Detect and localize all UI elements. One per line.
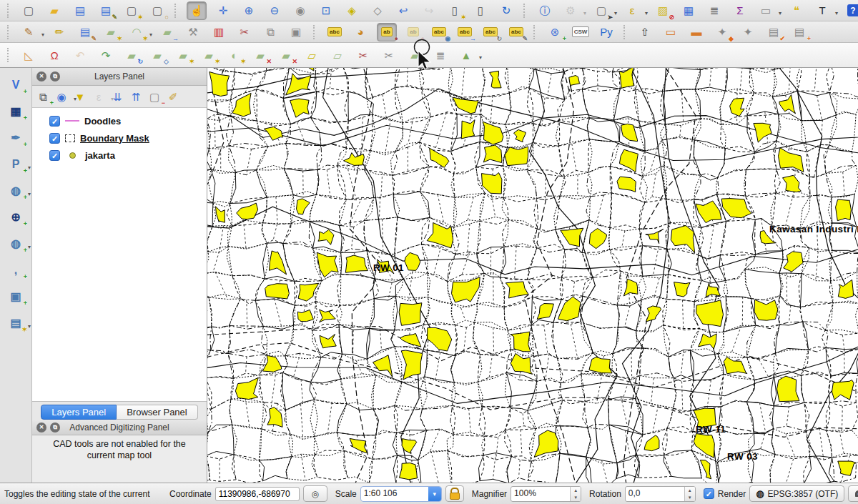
step-down-icon[interactable]: ▼ bbox=[685, 494, 695, 501]
magnifier-spinbox[interactable]: 100% ▲ ▼ bbox=[511, 486, 581, 502]
layer-labeling-options-button[interactable]: abc bbox=[325, 24, 344, 41]
rotate-label-button[interactable]: abc↻ bbox=[481, 24, 500, 41]
filter-by-expression-button[interactable]: ε▾ bbox=[90, 88, 107, 105]
offset-curve-button[interactable]: ▱ bbox=[302, 46, 321, 64]
collapse-all-button[interactable]: ⇈ bbox=[127, 88, 144, 105]
style-manager-add-button[interactable]: ▤+ bbox=[790, 24, 809, 41]
layer-visibility-checkbox[interactable]: ✓ bbox=[49, 150, 60, 161]
north-arrow-button[interactable]: ⇧ bbox=[636, 24, 654, 41]
zoom-next-button[interactable]: ↪ bbox=[420, 2, 438, 19]
node-tool-button[interactable]: ⚒ bbox=[184, 24, 202, 41]
text-annotation-button[interactable]: T▾ bbox=[813, 2, 832, 19]
add-wcs-layer-button[interactable]: ⊕+ bbox=[6, 209, 25, 226]
select-by-expression-button[interactable]: ε▾ bbox=[623, 2, 641, 19]
scale-bar-item-button[interactable]: ▬ bbox=[687, 24, 706, 41]
map-tips-button[interactable]: ❝ bbox=[787, 2, 806, 19]
style-broom-button[interactable]: ✐ bbox=[164, 88, 182, 105]
measure-button[interactable]: ▭▾ bbox=[756, 2, 775, 19]
map-canvas[interactable]: RW 01Kawasan Industri PeRW 11RW 03 bbox=[207, 68, 858, 483]
deselect-all-button[interactable]: ▨⊘ bbox=[654, 2, 672, 19]
filter-legend-button[interactable]: ▼ bbox=[72, 88, 89, 105]
expand-all-button[interactable]: ⇊ bbox=[109, 88, 126, 105]
copy-features-button[interactable]: ⧉ bbox=[261, 24, 280, 41]
step-up-icon[interactable]: ▲ bbox=[571, 487, 581, 494]
cad-tools-button[interactable]: ◺ bbox=[19, 46, 38, 64]
zoom-last-button[interactable]: ↩ bbox=[394, 2, 413, 19]
add-part-button[interactable]: ▰✶ bbox=[199, 46, 218, 64]
new-bookmark-button[interactable]: ▯✶ bbox=[445, 2, 464, 19]
metasearch-csw-button[interactable]: CSW bbox=[571, 24, 590, 41]
processing-toolbox-button[interactable]: ▤✶▾ bbox=[6, 315, 25, 332]
current-edits-button[interactable]: ✎▾ bbox=[19, 24, 38, 41]
canvas-extent-rect-button[interactable]: ▭ bbox=[661, 24, 680, 41]
delete-selected-button[interactable]: ▥ bbox=[209, 24, 228, 41]
delete-part-button[interactable]: ▰✕ bbox=[277, 46, 295, 64]
layer-name[interactable]: Boundary Mask bbox=[80, 133, 149, 144]
rotate-point-symbols-button[interactable]: ▲▾ bbox=[457, 46, 475, 64]
unpin-labels-button[interactable]: ab● bbox=[404, 24, 423, 41]
simplify-feature-button[interactable]: ▰◇ bbox=[148, 46, 167, 64]
run-feature-action-button[interactable]: ⚙▾ bbox=[561, 2, 580, 19]
move-feature-button[interactable]: ▰→ bbox=[158, 24, 177, 41]
pan-to-selection-button[interactable]: ✛ bbox=[214, 2, 232, 19]
layer-name[interactable]: Doodles bbox=[84, 116, 121, 127]
zoom-in-button[interactable]: ⊕ bbox=[240, 2, 258, 19]
rotate-feature-button[interactable]: ▰↻ bbox=[122, 46, 141, 64]
new-shapefile-layer-button[interactable]: ▣+ bbox=[6, 288, 25, 305]
save-layer-edits-button[interactable]: ▤✎ bbox=[76, 24, 94, 41]
rotation-spinbox[interactable]: 0,0 ▲ ▼ bbox=[625, 486, 696, 502]
new-print-composer-button[interactable]: ▢✶ bbox=[122, 2, 141, 19]
layer-visibility-checkbox[interactable]: ✓ bbox=[49, 133, 60, 144]
redo-button[interactable]: ↷ bbox=[97, 46, 115, 64]
layer-name[interactable]: jakarta bbox=[85, 150, 115, 161]
add-wms-layer-button[interactable]: ◍+▾ bbox=[6, 182, 25, 199]
show-hide-labels-button[interactable]: abc◉ bbox=[430, 24, 448, 41]
fill-ring-button[interactable]: ◐✶ bbox=[225, 46, 244, 64]
add-spatialite-layer-button[interactable]: ✒+ bbox=[6, 129, 25, 147]
merge-attributes-button[interactable]: ≣ bbox=[431, 46, 450, 64]
coordinate-input[interactable] bbox=[215, 487, 300, 501]
layer-row[interactable]: ✓Doodles bbox=[38, 112, 207, 129]
layer-diagram-options-button[interactable]: ◕ bbox=[351, 24, 370, 41]
move-label-button[interactable]: abc→ bbox=[455, 24, 474, 41]
save-project-as-button[interactable]: ▤✎ bbox=[97, 2, 115, 19]
statistics-abacus-button[interactable]: ≣ bbox=[705, 2, 724, 19]
zoom-full-button[interactable]: ⊡ bbox=[317, 2, 335, 19]
style-wand-apply-button[interactable]: ✦◆ bbox=[713, 24, 731, 41]
add-postgis-layer-button[interactable]: P+▾ bbox=[6, 156, 25, 173]
change-label-button[interactable]: abc✎ bbox=[507, 24, 526, 41]
render-checkbox[interactable]: ✓ bbox=[704, 488, 714, 499]
add-feature-button[interactable]: ▰✶ bbox=[102, 24, 120, 41]
zoom-native-button[interactable]: ◉ bbox=[291, 2, 310, 19]
open-project-button[interactable]: ▰ bbox=[45, 2, 64, 19]
zoom-to-layer-button[interactable]: ◇ bbox=[368, 2, 387, 19]
float-panel-icon[interactable]: ⧉ bbox=[50, 71, 60, 81]
close-icon[interactable]: ✕ bbox=[36, 423, 46, 433]
add-delimited-text-layer-button[interactable]: ,+ bbox=[6, 262, 25, 279]
zoom-out-button[interactable]: ⊖ bbox=[265, 2, 284, 19]
step-up-icon[interactable]: ▲ bbox=[685, 487, 695, 494]
open-attribute-table-button[interactable]: ▦ bbox=[679, 2, 698, 19]
delete-ring-button[interactable]: ▰✕ bbox=[251, 46, 270, 64]
add-raster-layer-button[interactable]: ▦+ bbox=[6, 103, 25, 120]
split-features-button[interactable]: ✂ bbox=[354, 46, 373, 64]
select-features-button[interactable]: ▢➤▾ bbox=[592, 2, 611, 19]
composer-manager-button[interactable]: ▢○ bbox=[148, 2, 167, 19]
scale-combobox[interactable]: 1:60 106 ▾ bbox=[360, 486, 442, 502]
layer-visibility-checkbox[interactable]: ✓ bbox=[49, 116, 60, 127]
chevron-down-icon[interactable]: ▾ bbox=[428, 487, 441, 501]
undo-button[interactable]: ↶ bbox=[71, 46, 89, 64]
close-icon[interactable]: ✕ bbox=[36, 71, 46, 81]
add-vector-layer-button[interactable]: V+ bbox=[6, 76, 25, 94]
new-project-button[interactable]: ▢ bbox=[19, 2, 38, 19]
crs-status-button[interactable]: ◍ EPSG:3857 (OTF) bbox=[749, 485, 844, 502]
tab-layers-panel[interactable]: Layers Panel bbox=[41, 405, 117, 420]
help-button[interactable]: ? bbox=[844, 2, 858, 19]
log-messages-button[interactable]: ••• bbox=[848, 485, 858, 502]
web-place-search-button[interactable]: ⊛+ bbox=[546, 24, 564, 41]
style-wand-button[interactable]: ✦ bbox=[739, 24, 757, 41]
pan-map-button[interactable]: ☝ bbox=[187, 1, 207, 20]
reshape-features-button[interactable]: ▱ bbox=[328, 46, 347, 64]
toggle-editing-button[interactable]: ✏ bbox=[50, 24, 69, 41]
refresh-map-button[interactable]: ↻ bbox=[497, 2, 516, 19]
